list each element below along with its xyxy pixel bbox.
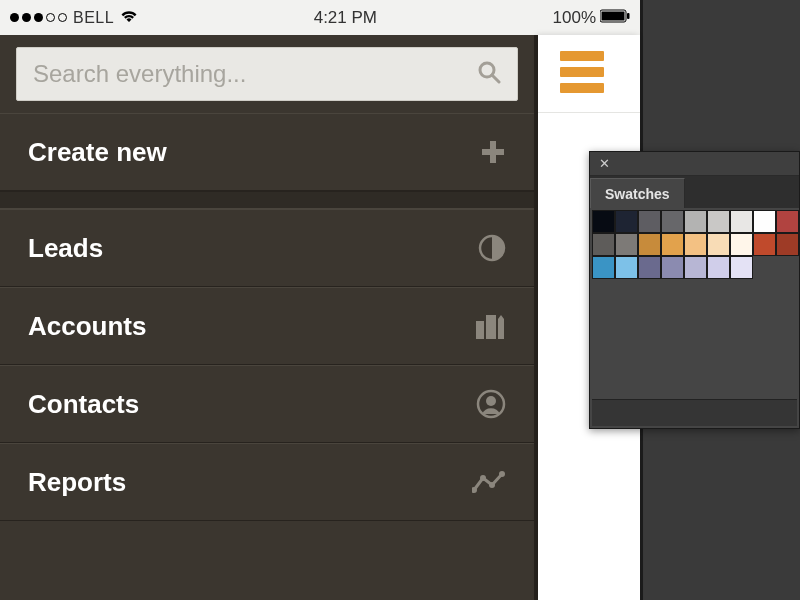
color-swatch[interactable]: [615, 210, 638, 233]
sidebar-item-label: Reports: [28, 467, 126, 498]
color-swatch[interactable]: [776, 210, 799, 233]
line-chart-icon: [472, 470, 506, 494]
color-swatch[interactable]: [730, 233, 753, 256]
color-swatch[interactable]: [615, 256, 638, 279]
sidebar: Create new Leads Accounts Contacts: [0, 35, 538, 600]
color-swatch[interactable]: [592, 256, 615, 279]
swatches-body: [590, 208, 799, 428]
person-circle-icon: [476, 389, 506, 419]
search-input[interactable]: [33, 60, 477, 88]
color-swatch[interactable]: [661, 256, 684, 279]
color-swatch[interactable]: [592, 233, 615, 256]
status-left: BELL: [10, 8, 138, 28]
sidebar-item-contacts[interactable]: Contacts: [0, 365, 534, 443]
color-swatch[interactable]: [615, 233, 638, 256]
swatches-footer: [592, 399, 797, 426]
svg-point-17: [499, 471, 505, 477]
color-swatch[interactable]: [592, 210, 615, 233]
plus-icon: [480, 139, 506, 165]
color-swatch[interactable]: [638, 210, 661, 233]
hamburger-icon: [560, 67, 604, 77]
sidebar-item-label: Accounts: [28, 311, 146, 342]
search-box[interactable]: [16, 47, 518, 101]
status-bar: BELL 4:21 PM 100%: [0, 0, 640, 35]
wifi-icon: [120, 8, 138, 28]
half-circle-icon: [478, 234, 506, 262]
color-swatch[interactable]: [684, 256, 707, 279]
svg-point-13: [486, 396, 496, 406]
svg-rect-9: [486, 315, 496, 339]
sidebar-item-accounts[interactable]: Accounts: [0, 287, 534, 365]
signal-strength-icon: [10, 13, 67, 22]
swatches-empty-area: [592, 279, 797, 399]
color-swatch[interactable]: [707, 256, 730, 279]
divider: [538, 112, 640, 113]
color-swatch[interactable]: [730, 256, 753, 279]
close-icon[interactable]: ✕: [596, 156, 612, 171]
status-right: 100%: [553, 8, 630, 28]
phone-frame: BELL 4:21 PM 100% Create new: [0, 0, 640, 600]
svg-rect-6: [482, 149, 504, 155]
color-swatch[interactable]: [707, 210, 730, 233]
color-swatch[interactable]: [707, 233, 730, 256]
panel-header[interactable]: ✕: [590, 152, 799, 176]
color-swatch[interactable]: [661, 210, 684, 233]
svg-line-4: [492, 75, 499, 82]
color-swatch[interactable]: [753, 210, 776, 233]
color-swatch[interactable]: [638, 233, 661, 256]
tab-swatches[interactable]: Swatches: [590, 178, 685, 208]
color-swatch[interactable]: [730, 210, 753, 233]
menu-divider: [0, 191, 534, 209]
sidebar-item-label: Contacts: [28, 389, 139, 420]
svg-rect-2: [627, 13, 630, 19]
color-swatch[interactable]: [638, 256, 661, 279]
color-swatch[interactable]: [776, 233, 799, 256]
color-swatch[interactable]: [753, 233, 776, 256]
hamburger-icon: [560, 51, 604, 61]
swatch-grid: [592, 210, 799, 279]
panel-tabbar: Swatches: [590, 176, 799, 208]
svg-point-15: [480, 475, 486, 481]
svg-point-16: [489, 482, 495, 488]
clock: 4:21 PM: [314, 8, 377, 28]
swatches-panel[interactable]: ✕ Swatches: [589, 151, 800, 429]
svg-marker-11: [498, 315, 504, 319]
hamburger-icon: [560, 83, 604, 93]
sidebar-item-label: Create new: [28, 137, 167, 168]
svg-rect-8: [476, 321, 484, 339]
color-swatch[interactable]: [661, 233, 684, 256]
battery-percent: 100%: [553, 8, 596, 28]
magnifying-glass-icon: [477, 60, 501, 88]
svg-rect-10: [498, 319, 504, 339]
battery-icon: [600, 8, 630, 28]
search-row: [0, 35, 534, 113]
svg-rect-1: [602, 11, 625, 20]
sidebar-item-label: Leads: [28, 233, 103, 264]
hamburger-menu-button[interactable]: [560, 51, 604, 93]
sidebar-item-reports[interactable]: Reports: [0, 443, 534, 521]
carrier-label: BELL: [73, 9, 114, 27]
buildings-icon: [474, 313, 506, 339]
sidebar-item-leads[interactable]: Leads: [0, 209, 534, 287]
color-swatch[interactable]: [684, 210, 707, 233]
color-swatch[interactable]: [684, 233, 707, 256]
sidebar-item-create-new[interactable]: Create new: [0, 113, 534, 191]
